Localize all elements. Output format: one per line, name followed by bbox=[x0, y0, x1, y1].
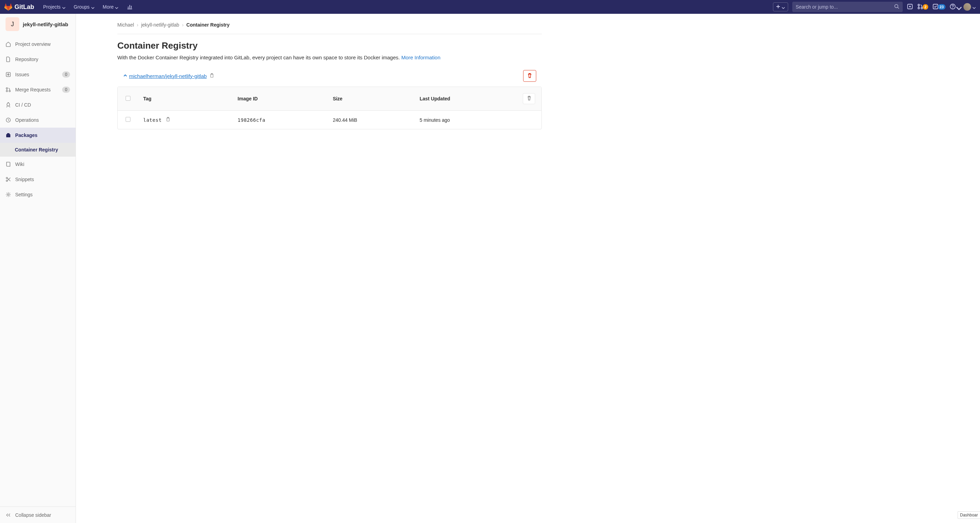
top-nav: GitLab Projects Groups More bbox=[0, 0, 980, 14]
home-icon bbox=[6, 41, 11, 47]
nav-more-label: More bbox=[103, 4, 114, 10]
svg-point-3 bbox=[918, 4, 920, 6]
breadcrumb-owner[interactable]: Michael bbox=[117, 22, 134, 28]
col-tag: Tag bbox=[138, 87, 233, 110]
repository-header-row: michaelherman/jekyll-netlify-gitlab bbox=[117, 70, 542, 87]
col-size: Size bbox=[328, 87, 415, 110]
last-updated: 5 minutes ago bbox=[420, 117, 450, 123]
nav-projects-label: Projects bbox=[43, 4, 61, 10]
chevron-down-icon bbox=[781, 5, 785, 9]
trash-icon bbox=[527, 95, 532, 102]
chevron-up-icon bbox=[123, 73, 128, 79]
tags-table: Tag Image ID Size Last Updated latest bbox=[117, 87, 542, 129]
svg-point-4 bbox=[918, 7, 920, 9]
mr-badge: 2 bbox=[923, 4, 928, 10]
todo-badge: 23 bbox=[938, 4, 945, 10]
breadcrumb-current: Container Registry bbox=[186, 22, 229, 28]
user-menu[interactable] bbox=[963, 3, 976, 11]
sidebar-item-cicd[interactable]: CI / CD bbox=[0, 97, 76, 113]
top-nav-right: 2 23 bbox=[773, 2, 976, 12]
nav-groups-label: Groups bbox=[74, 4, 90, 10]
sidebar-label: CI / CD bbox=[15, 102, 70, 108]
copy-tag-button[interactable] bbox=[165, 117, 170, 123]
sidebar-label: Operations bbox=[15, 117, 70, 123]
help-dropdown[interactable] bbox=[950, 3, 959, 11]
image-id: 198266cfa bbox=[238, 117, 266, 123]
sidebar-label: Issues bbox=[15, 72, 58, 77]
chevron-down-icon bbox=[956, 5, 959, 9]
repository-toggle[interactable]: michaelherman/jekyll-netlify-gitlab bbox=[123, 73, 207, 79]
main-content: Michael › jekyll-netlify-gitlab › Contai… bbox=[76, 14, 559, 143]
clipboard-icon bbox=[210, 73, 214, 79]
gitlab-logo[interactable]: GitLab bbox=[4, 3, 34, 11]
sidebar-item-operations[interactable]: Operations bbox=[0, 113, 76, 128]
page-title: Container Registry bbox=[117, 40, 542, 51]
issues-shortcut[interactable] bbox=[907, 3, 913, 11]
project-name: jekyll-netlify-gitlab bbox=[23, 21, 68, 27]
sidebar-item-packages[interactable]: Packages bbox=[0, 128, 76, 143]
repository-path: michaelherman/jekyll-netlify-gitlab bbox=[129, 73, 207, 79]
table-header-row: Tag Image ID Size Last Updated bbox=[118, 87, 541, 110]
clipboard-icon bbox=[165, 117, 170, 123]
delete-repository-button[interactable] bbox=[523, 70, 536, 82]
user-avatar bbox=[963, 3, 971, 11]
svg-point-0 bbox=[895, 5, 898, 8]
chevron-right-icon: › bbox=[182, 22, 184, 28]
trash-icon bbox=[527, 73, 533, 79]
col-updated: Last Updated bbox=[415, 87, 517, 110]
breadcrumb-project[interactable]: jekyll-netlify-gitlab bbox=[141, 22, 179, 28]
rocket-icon bbox=[6, 102, 11, 108]
file-icon bbox=[6, 57, 11, 62]
breadcrumb: Michael › jekyll-netlify-gitlab › Contai… bbox=[117, 19, 542, 34]
page-desc-text: With the Docker Container Registry integ… bbox=[117, 54, 401, 60]
sidebar-label: Packages bbox=[15, 132, 70, 138]
chevron-down-icon bbox=[115, 5, 118, 9]
sidebar-project-header[interactable]: J jekyll-netlify-gitlab bbox=[0, 14, 76, 35]
sidebar-label: Project overview bbox=[15, 41, 70, 47]
svg-point-11 bbox=[9, 91, 10, 92]
chevron-right-icon: › bbox=[137, 22, 138, 28]
nav-groups[interactable]: Groups bbox=[70, 0, 98, 14]
sidebar-label: Repository bbox=[15, 57, 70, 62]
divider bbox=[117, 34, 542, 34]
issues-icon bbox=[907, 3, 913, 11]
chevron-down-icon bbox=[972, 5, 976, 9]
svg-point-10 bbox=[6, 91, 8, 92]
search-icon bbox=[894, 4, 899, 10]
search-input[interactable] bbox=[796, 4, 894, 10]
sidebar-item-overview[interactable]: Project overview bbox=[0, 37, 76, 52]
new-dropdown[interactable] bbox=[773, 2, 788, 11]
global-search[interactable] bbox=[792, 2, 903, 12]
todos-shortcut[interactable]: 23 bbox=[932, 3, 945, 11]
issues-count: 0 bbox=[62, 72, 70, 78]
chevron-down-icon bbox=[62, 5, 65, 9]
nav-projects[interactable]: Projects bbox=[40, 0, 69, 14]
merge-requests-shortcut[interactable]: 2 bbox=[917, 3, 928, 11]
top-nav-left: GitLab Projects Groups More bbox=[4, 0, 136, 14]
package-icon bbox=[6, 132, 11, 138]
more-info-link[interactable]: More Information bbox=[401, 54, 440, 60]
project-avatar: J bbox=[6, 17, 19, 31]
nav-analytics[interactable] bbox=[123, 3, 136, 11]
tag-name: latest bbox=[143, 117, 162, 123]
sidebar-subitem-container-registry[interactable]: Container Registry bbox=[0, 143, 76, 143]
select-all-checkbox[interactable] bbox=[126, 96, 130, 101]
mr-count: 0 bbox=[62, 87, 70, 93]
svg-point-2 bbox=[909, 6, 911, 7]
chart-icon bbox=[127, 5, 133, 11]
copy-repo-path-button[interactable] bbox=[210, 73, 214, 79]
svg-point-5 bbox=[921, 7, 923, 9]
help-icon bbox=[950, 3, 956, 11]
sidebar-item-issues[interactable]: Issues 0 bbox=[0, 67, 76, 82]
chevron-down-icon bbox=[91, 5, 95, 9]
bulk-delete-button[interactable] bbox=[523, 93, 535, 104]
plus-icon bbox=[776, 4, 780, 10]
sidebar-item-repository[interactable]: Repository bbox=[0, 52, 76, 67]
table-row: latest 198266cfa 240.44 MiB 5 minutes ag… bbox=[118, 110, 541, 129]
col-image-id: Image ID bbox=[233, 87, 328, 110]
operations-icon bbox=[6, 117, 11, 123]
row-checkbox[interactable] bbox=[126, 117, 130, 122]
page-description: With the Docker Container Registry integ… bbox=[117, 54, 542, 60]
nav-more[interactable]: More bbox=[99, 0, 122, 14]
sidebar-item-merge-requests[interactable]: Merge Requests 0 bbox=[0, 82, 76, 97]
